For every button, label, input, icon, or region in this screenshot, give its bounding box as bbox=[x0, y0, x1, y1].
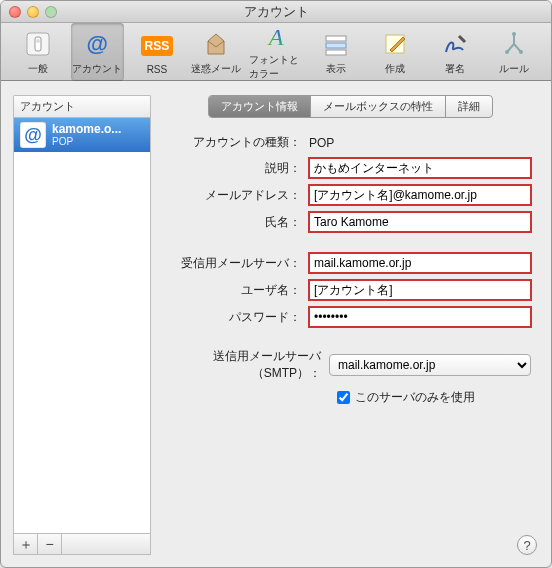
svg-rect-6 bbox=[386, 35, 404, 53]
tab-advanced[interactable]: 詳細 bbox=[446, 96, 492, 117]
fonts-icon: A bbox=[260, 23, 292, 51]
fullname-input[interactable] bbox=[309, 212, 531, 232]
junk-icon bbox=[200, 28, 232, 60]
signature-icon bbox=[439, 28, 471, 60]
smtp-label: 送信用メールサーバ（SMTP）： bbox=[169, 348, 329, 382]
account-sidebar: アカウント @ kamome.o... POP ＋ − bbox=[13, 95, 151, 555]
account-type-label: アカウントの種類： bbox=[169, 134, 309, 151]
preferences-window: アカウント 一般 @ アカウント RSS RSS 迷惑メール A フォントとカラ… bbox=[0, 0, 552, 568]
incoming-server-label: 受信用メールサーバ： bbox=[169, 255, 309, 272]
tab-rss[interactable]: RSS RSS bbox=[130, 23, 184, 81]
fullname-label: 氏名： bbox=[169, 214, 309, 231]
account-type-value: POP bbox=[309, 136, 531, 150]
rules-icon bbox=[498, 28, 530, 60]
svg-rect-3 bbox=[326, 36, 346, 41]
detail-tabs: アカウント情報 メールボックスの特性 詳細 bbox=[161, 95, 539, 118]
tab-fonts[interactable]: A フォントとカラー bbox=[249, 23, 303, 81]
tab-account-info[interactable]: アカウント情報 bbox=[209, 96, 311, 117]
description-input[interactable] bbox=[309, 158, 531, 178]
smtp-select[interactable]: mail.kamome.or.jp bbox=[329, 354, 531, 376]
tab-rules[interactable]: ルール bbox=[488, 23, 542, 81]
description-label: 説明： bbox=[169, 160, 309, 177]
account-type: POP bbox=[52, 136, 121, 147]
svg-point-8 bbox=[505, 50, 509, 54]
username-input[interactable] bbox=[309, 280, 531, 300]
password-input[interactable] bbox=[309, 307, 531, 327]
rss-icon: RSS bbox=[141, 30, 173, 62]
email-label: メールアドレス： bbox=[169, 187, 309, 204]
tab-general[interactable]: 一般 bbox=[11, 23, 65, 81]
sidebar-buttons: ＋ − bbox=[13, 534, 151, 555]
svg-point-7 bbox=[512, 32, 516, 36]
compose-icon bbox=[379, 28, 411, 60]
tab-junk[interactable]: 迷惑メール bbox=[190, 23, 244, 81]
svg-point-9 bbox=[519, 50, 523, 54]
toolbar: 一般 @ アカウント RSS RSS 迷惑メール A フォントとカラー 表示 作… bbox=[1, 23, 551, 81]
svg-point-2 bbox=[36, 39, 40, 43]
tab-compose[interactable]: 作成 bbox=[368, 23, 422, 81]
tab-account[interactable]: @ アカウント bbox=[71, 23, 125, 81]
view-icon bbox=[320, 28, 352, 60]
incoming-server-input[interactable] bbox=[309, 253, 531, 273]
sidebar-header: アカウント bbox=[13, 95, 151, 117]
tab-signature[interactable]: 署名 bbox=[428, 23, 482, 81]
password-label: パスワード： bbox=[169, 309, 309, 326]
window-title: アカウント bbox=[1, 3, 551, 21]
switch-icon bbox=[22, 28, 54, 60]
tab-view[interactable]: 表示 bbox=[309, 23, 363, 81]
main-panel: アカウント情報 メールボックスの特性 詳細 アカウントの種類： POP 説明： … bbox=[161, 95, 539, 555]
remove-account-button[interactable]: − bbox=[38, 534, 62, 554]
account-item[interactable]: @ kamome.o... POP bbox=[14, 118, 150, 152]
username-label: ユーザ名： bbox=[169, 282, 309, 299]
account-name: kamome.o... bbox=[52, 123, 121, 136]
account-list[interactable]: @ kamome.o... POP bbox=[13, 117, 151, 534]
add-account-button[interactable]: ＋ bbox=[14, 534, 38, 554]
help-button[interactable]: ? bbox=[517, 535, 537, 555]
content-area: アカウント @ kamome.o... POP ＋ − アカウント情報 bbox=[1, 83, 551, 567]
at-icon: @ bbox=[20, 122, 46, 148]
titlebar: アカウント bbox=[1, 1, 551, 23]
tab-mailbox-behaviors[interactable]: メールボックスの特性 bbox=[311, 96, 446, 117]
at-icon: @ bbox=[81, 28, 113, 60]
svg-rect-5 bbox=[326, 50, 346, 55]
email-input[interactable] bbox=[309, 185, 531, 205]
only-server-checkbox[interactable] bbox=[337, 391, 350, 404]
svg-rect-4 bbox=[326, 43, 346, 48]
only-server-label: このサーバのみを使用 bbox=[355, 389, 475, 406]
account-form: アカウントの種類： POP 説明： メールアドレス： 氏名： 受信用メー bbox=[161, 134, 539, 406]
